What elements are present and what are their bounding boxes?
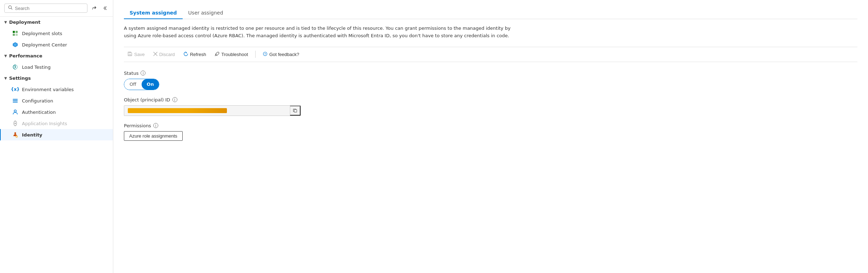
refresh-button[interactable]: Refresh xyxy=(180,50,210,59)
svg-rect-5 xyxy=(16,34,18,36)
application-insights-icon xyxy=(12,120,18,127)
section-deployment[interactable]: ▼ Deployment xyxy=(0,17,113,28)
svg-point-26 xyxy=(263,52,267,56)
object-id-label: Object (principal) ID i xyxy=(124,97,857,102)
deployment-slots-icon xyxy=(12,30,18,37)
object-id-redacted-value xyxy=(128,108,227,113)
toggle-on-option[interactable]: On xyxy=(142,79,159,90)
permissions-label: Permissions i xyxy=(124,123,857,128)
chevron-settings: ▼ xyxy=(4,76,7,80)
toggle-off-option[interactable]: Off xyxy=(124,79,142,90)
toolbar: Save Discard Refresh xyxy=(124,47,857,62)
sidebar-item-configuration[interactable]: Configuration xyxy=(0,95,113,106)
svg-point-15 xyxy=(15,123,16,124)
chevron-performance: ▼ xyxy=(4,54,7,58)
svg-rect-28 xyxy=(294,110,297,112)
svg-rect-2 xyxy=(13,31,15,33)
section-deployment-label: Deployment xyxy=(9,20,41,25)
svg-rect-12 xyxy=(13,102,18,102)
description-text: A system assigned managed identity is re… xyxy=(124,25,513,40)
svg-rect-21 xyxy=(129,54,131,56)
permissions-info-icon[interactable]: i xyxy=(153,123,158,128)
sidebar-item-deployment-slots[interactable]: Deployment slots xyxy=(0,28,113,39)
troubleshoot-icon xyxy=(215,51,219,57)
azure-role-assignments-button[interactable]: Azure role assignments xyxy=(124,131,183,141)
chevron-deployment: ▼ xyxy=(4,20,7,24)
identity-label: Identity xyxy=(22,132,42,138)
sidebar-item-authentication[interactable]: Authentication xyxy=(0,106,113,118)
sidebar-header xyxy=(0,0,113,17)
search-icon xyxy=(8,5,13,11)
load-testing-label: Load Testing xyxy=(22,65,51,70)
section-settings[interactable]: ▼ Settings xyxy=(0,73,113,84)
tab-system-assigned[interactable]: System assigned xyxy=(124,7,183,19)
troubleshoot-button[interactable]: Troubleshoot xyxy=(211,50,251,59)
sidebar-item-load-testing[interactable]: Load Testing xyxy=(0,61,113,73)
sidebar-nav: ▼ Deployment Deployment slots De xyxy=(0,17,113,273)
configuration-label: Configuration xyxy=(22,98,53,104)
sidebar-item-identity[interactable]: Identity xyxy=(0,129,113,140)
status-toggle[interactable]: Off On xyxy=(124,79,159,90)
load-testing-icon xyxy=(12,64,18,70)
feedback-button[interactable]: Got feedback? xyxy=(259,50,303,59)
identity-icon xyxy=(12,132,18,138)
section-performance[interactable]: ▼ Performance xyxy=(0,50,113,61)
section-performance-label: Performance xyxy=(9,53,42,58)
svg-rect-4 xyxy=(13,34,15,36)
sidebar-item-deployment-center[interactable]: Deployment Center xyxy=(0,39,113,50)
sidebar-item-environment-variables[interactable]: {x} Environment variables xyxy=(0,84,113,95)
svg-rect-10 xyxy=(13,99,18,100)
discard-icon xyxy=(153,51,158,57)
object-id-field xyxy=(124,105,301,116)
feedback-label: Got feedback? xyxy=(269,52,299,57)
save-button[interactable]: Save xyxy=(124,50,148,59)
copy-object-id-button[interactable] xyxy=(290,106,301,116)
refresh-icon xyxy=(183,51,188,57)
status-section: Status i Off On xyxy=(124,71,857,90)
authentication-label: Authentication xyxy=(22,110,56,115)
svg-point-27 xyxy=(265,55,265,55)
svg-rect-22 xyxy=(129,52,130,53)
save-label: Save xyxy=(134,52,145,57)
sidebar-item-application-insights[interactable]: Application Insights xyxy=(0,118,113,129)
deployment-center-label: Deployment Center xyxy=(22,42,67,48)
environment-variables-icon: {x} xyxy=(12,86,18,93)
environment-variables-label: Environment variables xyxy=(22,87,74,92)
sidebar-icon-group xyxy=(90,5,109,11)
permissions-section: Permissions i Azure role assignments xyxy=(124,123,857,141)
main-content: System assigned User assigned A system a… xyxy=(113,0,868,273)
svg-point-13 xyxy=(14,110,16,112)
troubleshoot-label: Troubleshoot xyxy=(221,52,248,57)
pin-icon[interactable] xyxy=(90,5,98,11)
configuration-icon xyxy=(12,98,18,104)
feedback-icon xyxy=(263,51,268,57)
svg-line-25 xyxy=(215,55,216,56)
svg-point-8 xyxy=(15,66,16,68)
svg-line-1 xyxy=(11,9,12,10)
object-id-info-icon[interactable]: i xyxy=(172,97,177,102)
sidebar: ▼ Deployment Deployment slots De xyxy=(0,0,113,273)
object-id-value xyxy=(124,106,290,115)
search-input[interactable] xyxy=(15,6,84,11)
svg-rect-3 xyxy=(16,31,18,33)
copy-icon xyxy=(293,108,297,113)
save-icon xyxy=(127,51,132,57)
object-id-section: Object (principal) ID i xyxy=(124,97,857,116)
application-insights-label: Application Insights xyxy=(22,121,67,126)
section-settings-label: Settings xyxy=(9,76,31,81)
discard-button[interactable]: Discard xyxy=(150,50,178,58)
svg-rect-11 xyxy=(13,100,18,101)
discard-label: Discard xyxy=(159,52,175,57)
status-label: Status i xyxy=(124,71,857,76)
deployment-slots-label: Deployment slots xyxy=(22,31,62,36)
tabs-container: System assigned User assigned xyxy=(124,7,857,19)
toolbar-divider xyxy=(255,51,256,58)
deployment-center-icon xyxy=(12,41,18,48)
refresh-label: Refresh xyxy=(190,52,206,57)
status-info-icon[interactable]: i xyxy=(141,71,145,76)
tab-user-assigned[interactable]: User assigned xyxy=(183,7,229,19)
search-box[interactable] xyxy=(4,4,87,13)
authentication-icon xyxy=(12,109,18,115)
collapse-icon[interactable] xyxy=(101,5,109,11)
